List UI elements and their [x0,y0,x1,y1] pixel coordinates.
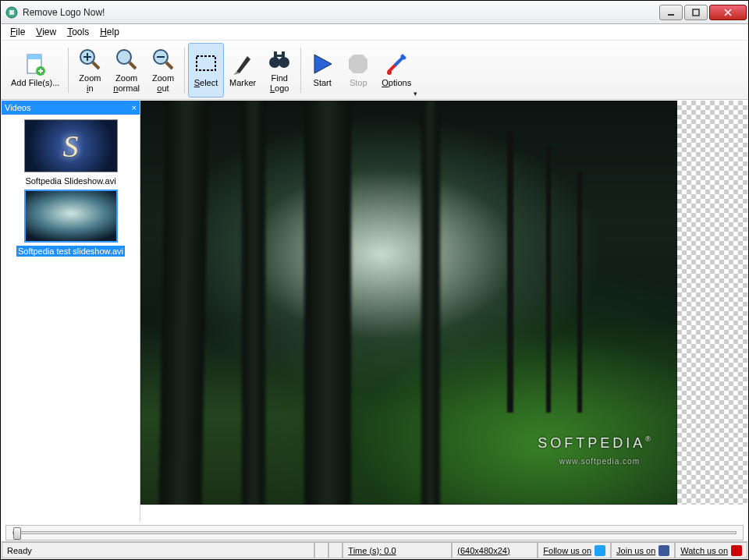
content-area: Videos × Softpedia Slideshow.avi Softped… [2,101,747,522]
page-plus-icon [23,51,48,76]
stop-button: Stop [340,43,376,97]
zoom-normal-button[interactable]: Zoomnormal [108,43,145,97]
toolbar-label: Start [314,78,332,87]
toolbar-label: Stop [350,78,367,87]
toolbar-label: Zoomnormal [113,73,140,92]
minimize-button[interactable] [659,5,683,20]
zoom-in-button[interactable]: Zoomin [72,43,108,97]
add-files-button[interactable]: Add File(s)... [5,43,65,97]
svg-line-8 [93,62,99,69]
timeline-slider[interactable] [5,525,744,541]
slider-track[interactable] [12,531,737,534]
zoom-out-icon [151,47,176,72]
menu-file[interactable]: File [5,25,30,39]
svg-rect-13 [197,56,215,70]
video-list-item[interactable]: Softpedia test slideshow.avi [5,190,137,257]
video-list-item[interactable]: Softpedia Slideshow.avi [5,119,137,186]
separator [184,48,185,93]
facebook-icon [658,545,669,556]
sidebar-header: Videos × [2,101,140,115]
toolbar-overflow[interactable]: ▾ [414,90,421,97]
selection-icon [193,51,218,76]
select-tool-button[interactable]: Select [188,43,224,97]
status-join[interactable]: Join us on [611,542,675,558]
youtube-icon [731,545,742,556]
separator [300,48,301,93]
status-ready: Ready [2,542,314,558]
separator [68,48,69,93]
menu-tools[interactable]: Tools [62,25,94,39]
slider-thumb[interactable] [13,527,21,540]
status-follow[interactable]: Follow us on [538,542,611,558]
toolbar-label: FindLogo [270,73,289,92]
menubar: File View Tools Help [1,24,748,41]
toolbar-label: Options [382,78,411,87]
tools-icon [384,51,409,76]
svg-rect-18 [276,55,282,57]
marker-tool-button[interactable]: Marker [224,43,261,97]
play-icon [310,51,335,76]
statusbar: Ready Time (s): 0.0 (640x480x24) Follow … [2,541,747,558]
titlebar: Remove Logo Now! [1,1,748,24]
marker-icon [230,51,255,76]
zoom-normal-icon [114,47,139,72]
start-button[interactable]: Start [304,43,340,97]
toolbar-label: Marker [229,78,256,87]
svg-line-12 [166,62,172,69]
status-gap1 [314,542,328,558]
svg-rect-2 [668,14,674,16]
toolbar-label: Zoomout [152,73,174,92]
status-dimensions: (640x480x24) [452,542,538,558]
svg-rect-3 [693,9,699,16]
video-label: Softpedia test slideshow.avi [16,246,125,257]
status-time: Time (s): 0.0 [343,542,452,558]
zoom-out-button[interactable]: Zoomout [145,43,181,97]
window-title: Remove Logo Now! [23,7,658,18]
maximize-button[interactable] [684,5,708,20]
video-thumbnail [24,119,118,172]
toolbar-label: Zoomin [79,73,101,92]
video-label: Softpedia Slideshow.avi [23,175,117,186]
video-thumbnail [24,190,118,243]
app-icon [5,6,18,19]
status-watch[interactable]: Watch us on [675,542,747,558]
svg-rect-1 [9,10,14,15]
menu-help[interactable]: Help [95,25,124,39]
menu-view[interactable]: View [31,25,61,39]
status-gap2 [328,542,343,558]
stop-icon [346,51,371,76]
svg-rect-5 [27,55,41,59]
twitter-icon [595,545,605,556]
svg-line-10 [130,62,136,69]
options-button[interactable]: Options [376,43,417,97]
sidebar-close-icon[interactable]: × [132,103,137,112]
toolbar-label: Add File(s)... [11,78,59,87]
svg-point-9 [117,50,131,64]
zoom-in-icon [77,47,102,72]
toolbar: Add File(s)... Zoomin Zoomnormal Zoomout… [1,41,748,100]
watermark-text: SOFTPEDIA® [538,435,654,452]
svg-point-19 [387,70,392,75]
sidebar-body: Softpedia Slideshow.avi Softpedia test s… [2,115,140,522]
transparent-area [677,101,747,505]
preview-viewer: SOFTPEDIA® www.softpedia.com [140,101,747,522]
sidebar-panel: Videos × Softpedia Slideshow.avi Softped… [2,101,140,522]
close-button[interactable] [709,5,747,20]
video-preview[interactable]: SOFTPEDIA® www.softpedia.com [140,101,677,505]
binoculars-icon [267,47,292,72]
toolbar-label: Select [194,78,218,87]
watermark-url: www.softpedia.com [559,457,640,466]
find-logo-button[interactable]: FindLogo [261,43,297,97]
sidebar-title: Videos [5,103,30,112]
